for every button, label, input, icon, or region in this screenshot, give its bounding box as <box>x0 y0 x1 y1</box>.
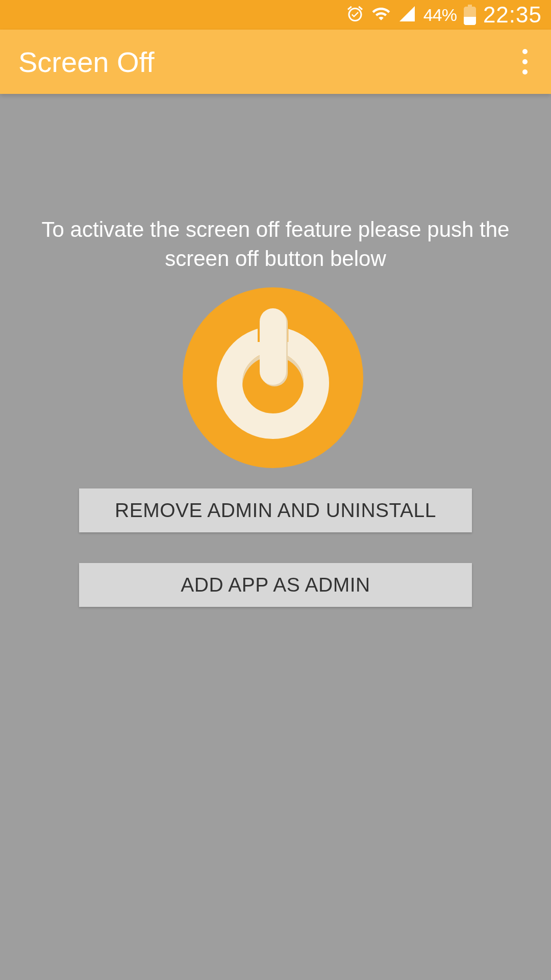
main-content: To activate the screen off feature pleas… <box>0 94 551 607</box>
battery-percent: 44% <box>423 5 457 25</box>
instruction-text: To activate the screen off feature pleas… <box>20 215 531 273</box>
battery-icon <box>464 5 476 25</box>
overflow-menu-icon[interactable] <box>517 44 533 80</box>
power-icon <box>217 316 329 439</box>
app-bar: Screen Off <box>0 30 551 94</box>
add-admin-button[interactable]: ADD APP AS ADMIN <box>79 563 472 607</box>
clock: 22:35 <box>483 2 542 28</box>
signal-icon <box>398 5 416 25</box>
power-button[interactable] <box>183 287 363 468</box>
alarm-icon <box>346 5 364 25</box>
status-bar: 44% 22:35 <box>0 0 551 30</box>
wifi-icon <box>371 4 391 26</box>
remove-admin-button[interactable]: REMOVE ADMIN AND UNINSTALL <box>79 488 472 532</box>
app-title: Screen Off <box>18 45 155 79</box>
